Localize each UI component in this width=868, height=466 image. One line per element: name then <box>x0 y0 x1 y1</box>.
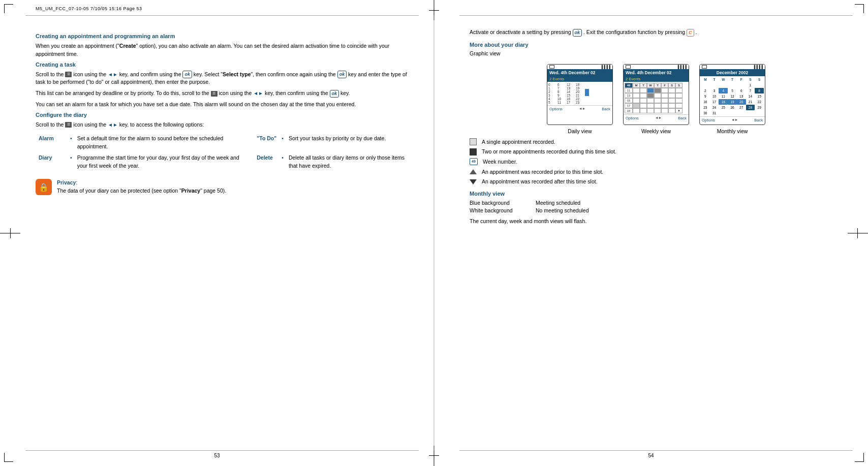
weekly-row-4: 17 <box>625 103 688 108</box>
top-line-right <box>459 15 853 16</box>
config-label-delete: Delete <box>246 153 278 171</box>
flash-note: The current day, week and month views wi… <box>470 218 843 226</box>
monthly-label-white: White background <box>470 207 536 213</box>
weekly-row-1: 11 <box>625 88 688 93</box>
monthly-value-blue: Meeting scheduled <box>536 200 580 206</box>
config-table: Alarm • Set a default time for the alarm… <box>36 133 409 172</box>
daily-footer: Options ◄► Back <box>547 105 612 112</box>
weekly-view-box: ▐▐▐▐ Wed. 4th December 02 2 Events 49 M … <box>623 64 689 134</box>
more-about-diary-title: More about your diary <box>470 42 843 48</box>
config-label-todo: "To Do" <box>246 134 278 152</box>
page-header-left: M5_UM_FCC_07-10-05 7/10/05 15:16 Page 53 <box>36 6 142 11</box>
config-row-alarm: Alarm • Set a default time for the alarm… <box>37 134 408 152</box>
weekly-view-label: Weekly view <box>641 128 671 134</box>
legend-item-after: An appointment was recorded after this t… <box>470 178 843 185</box>
monthly-row-blue: Blue background Meeting scheduled <box>470 200 843 206</box>
weekly-header: Wed. 4th December 02 <box>624 69 689 76</box>
back-btn: Back <box>602 107 610 111</box>
privacy-box: 🔒 Privacy: The data of your diary can be… <box>36 179 409 195</box>
task-body2: This list can be arranged by deadline or… <box>36 89 409 98</box>
monthly-screen: ▐▐▐▐ December 2002 M T W T F S S <box>699 64 765 125</box>
daily-view-label: Daily view <box>568 128 592 134</box>
legend-item-single: A single appointment recorded. <box>470 138 843 146</box>
weekly-row-2: 13 <box>625 93 688 98</box>
weekly-screen: ▐▐▐▐ Wed. 4th December 02 2 Events 49 M … <box>623 64 689 125</box>
privacy-text: Privacy: The data of your diary can be p… <box>57 179 226 195</box>
monthly-calendar: M T W T F S S 1 <box>700 76 765 116</box>
privacy-icon: 🔒 <box>36 179 52 195</box>
config-text-diary: Programme the start time for your day, y… <box>75 153 246 171</box>
monthly-view-label: Monthly view <box>717 128 748 134</box>
signal-icon-m: ▐▐▐▐ <box>753 65 763 69</box>
top-line-left <box>25 15 419 16</box>
legend-symbol-multiple <box>470 148 477 156</box>
daily-subheader: 2 Events <box>547 76 612 82</box>
graphic-view-label: Graphic view <box>470 50 843 58</box>
weekly-grid-wrapper: 49 M T W T F S S 11 <box>624 82 689 114</box>
legend-text-before: An appointment was recorded prior to thi… <box>482 168 603 176</box>
legend-symbol-after <box>470 179 477 184</box>
monthly-status-bar: ▐▐▐▐ <box>700 65 765 69</box>
views-row: ▐▐▐▐ Wed. 4th December 02 2 Events 01234… <box>470 64 843 134</box>
task-body1: Scroll to the ☰ icon using the ◄► key, a… <box>36 71 409 87</box>
options-btn: Options <box>549 107 563 111</box>
monthly-view-table: Blue background Meeting scheduled White … <box>470 200 843 213</box>
legend-symbol-week-number: 49 <box>470 158 478 165</box>
config-text-todo: Sort your tasks by priority or by due da… <box>287 134 408 152</box>
monthly-footer: Options ◄► Back <box>700 116 765 123</box>
monthly-row-white: White background No meeting scheduled <box>470 207 843 213</box>
page-number-left: 53 <box>214 453 220 458</box>
config-label-diary: Diary <box>37 153 67 171</box>
weekly-day-headers: 49 M T W T F S S <box>625 83 688 88</box>
weekly-row-3: 15 <box>625 98 688 103</box>
section-title-configure: Configure the diary <box>36 112 409 118</box>
weekly-subheader: 2 Events <box>624 76 689 82</box>
legend-symbol-before <box>470 169 477 174</box>
battery-icon <box>549 65 554 69</box>
legend-item-week-number: 49 Week number. <box>470 158 843 166</box>
battery-icon-m <box>702 65 707 69</box>
config-label-alarm: Alarm <box>37 134 67 152</box>
back-btn-m: Back <box>754 118 763 122</box>
nav-icon-w: ◄► <box>655 116 662 120</box>
daily-appointment-bar <box>585 83 592 104</box>
legend-text-after: An appointment was recorded after this t… <box>482 178 598 185</box>
nav-icon: ◄► <box>579 107 586 111</box>
section-title-task: Creating a task <box>36 61 409 68</box>
bottom-line-left <box>25 450 419 451</box>
config-row-diary: Diary • Programme the start time for you… <box>37 153 408 171</box>
daily-status-bar: ▐▐▐▐ <box>547 65 612 69</box>
daily-view-box: ▐▐▐▐ Wed. 4th December 02 2 Events 01234… <box>547 64 613 134</box>
configure-body: Scroll to the ☰ icon using the ◄► key, t… <box>36 121 409 129</box>
appointment-body: When you create an appointment ("Create"… <box>36 42 409 58</box>
daily-screen: ▐▐▐▐ Wed. 4th December 02 2 Events 01234… <box>547 64 613 125</box>
battery-icon-w <box>626 65 631 69</box>
weekly-row-5: 19 ▼ <box>625 108 688 113</box>
task-icon-2: ☰ <box>211 91 218 97</box>
daily-grid: 012345 67891011 121314151617 18192021222… <box>547 82 612 105</box>
bottom-line-right <box>459 450 853 451</box>
task-body3: You can set an alarm for a task for whic… <box>36 101 409 109</box>
right-page: Activate or deactivate a setting by pres… <box>434 0 868 466</box>
back-btn-w: Back <box>678 116 687 120</box>
legend-symbol-single <box>470 138 477 145</box>
task-icon-1: ☰ <box>65 72 72 77</box>
options-btn-w: Options <box>626 116 639 120</box>
weekly-status-bar: ▐▐▐▐ <box>624 65 689 69</box>
legend-item-multiple: Two or more appointments recorded during… <box>470 148 843 156</box>
monthly-label-blue: Blue background <box>470 200 536 206</box>
monthly-value-white: No meeting scheduled <box>536 207 588 213</box>
privacy-label: Privacy <box>57 179 76 185</box>
config-text-delete: Delete all tasks or diary items or only … <box>287 153 408 171</box>
legend-text-single: A single appointment recorded. <box>482 138 555 146</box>
monthly-header: December 2002 <box>700 69 765 76</box>
section-title-appointment: Creating an appointment and programming … <box>36 33 409 39</box>
legend-item-before: An appointment was recorded prior to thi… <box>470 168 843 176</box>
nav-icon-m: ◄► <box>731 118 738 122</box>
page-number-right: 54 <box>648 453 654 458</box>
activate-line: Activate or deactivate a setting by pres… <box>470 28 843 37</box>
legend-section: A single appointment recorded. Two or mo… <box>470 138 843 185</box>
signal-icon-w: ▐▐▐▐ <box>676 65 687 69</box>
legend-text-multiple: Two or more appointments recorded during… <box>482 148 616 156</box>
weekly-footer: Options ◄► Back <box>624 114 689 121</box>
